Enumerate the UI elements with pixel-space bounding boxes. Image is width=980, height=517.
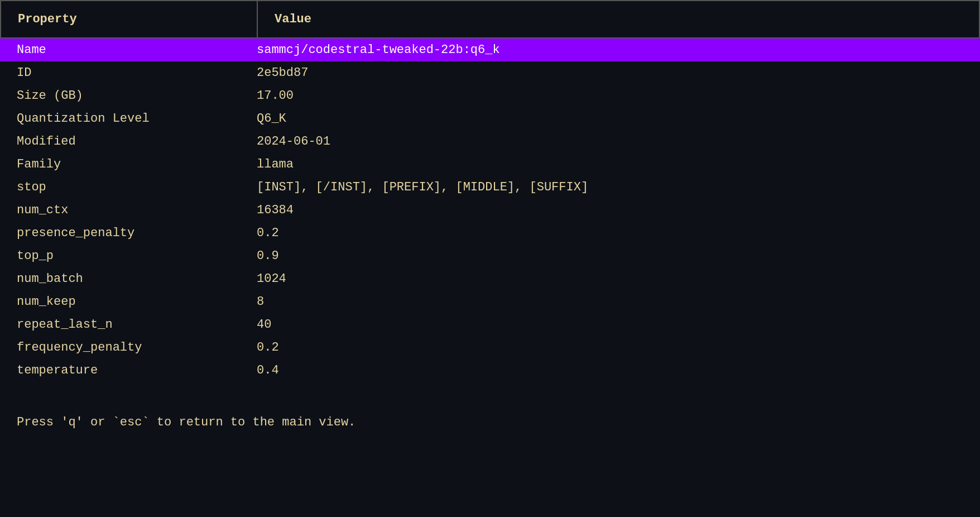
table-row[interactable]: Modified2024-06-01 [0,130,980,153]
property-cell: Modified [17,135,257,149]
value-cell: 0.9 [257,249,963,263]
value-cell: llama [257,157,963,171]
value-cell: 0.2 [257,226,963,240]
value-cell: 17.00 [257,89,963,103]
value-header: Value [258,1,979,37]
value-cell: sammcj/codestral-tweaked-22b:q6_k [257,43,963,57]
table-row[interactable]: Size (GB)17.00 [0,84,980,107]
value-cell: 0.2 [257,341,963,355]
footer-hint: Press 'q' or `esc` to return to the main… [0,404,980,441]
property-cell: num_batch [17,272,257,286]
value-cell: 8 [257,295,963,309]
value-cell: 1024 [257,272,963,286]
property-cell: ID [17,66,257,80]
property-cell: Family [17,157,257,171]
table-row[interactable]: presence_penalty0.2 [0,222,980,245]
table-row[interactable]: repeat_last_n40 [0,313,980,336]
property-cell: top_p [17,249,257,263]
property-cell: Quantization Level [17,112,257,126]
table-row[interactable]: num_batch1024 [0,267,980,290]
table-row[interactable]: num_ctx16384 [0,199,980,222]
property-cell: repeat_last_n [17,318,257,332]
table-row[interactable]: temperature0.4 [0,359,980,382]
property-cell: num_keep [17,295,257,309]
property-cell: Size (GB) [17,89,257,103]
table-row[interactable]: num_keep8 [0,290,980,313]
main-container: Property Value Namesammcj/codestral-twea… [0,0,980,441]
value-cell: 2024-06-01 [257,135,963,149]
value-cell: 0.4 [257,363,963,377]
table-row[interactable]: Familyllama [0,153,980,176]
property-cell: temperature [17,363,257,377]
property-cell: stop [17,180,257,194]
table-row[interactable]: top_p0.9 [0,245,980,267]
table-row[interactable]: Namesammcj/codestral-tweaked-22b:q6_k [0,39,980,61]
property-cell: frequency_penalty [17,341,257,355]
value-cell: Q6_K [257,112,963,126]
table-header: Property Value [0,0,980,39]
table-row[interactable]: stop[INST], [/INST], [PREFIX], [MIDDLE],… [0,176,980,199]
value-cell: [INST], [/INST], [PREFIX], [MIDDLE], [SU… [257,180,963,194]
table-row[interactable]: frequency_penalty0.2 [0,336,980,359]
table-body: Namesammcj/codestral-tweaked-22b:q6_kID2… [0,39,980,382]
value-cell: 2e5bd87 [257,66,963,80]
value-cell: 16384 [257,203,963,217]
property-cell: presence_penalty [17,226,257,240]
table-row[interactable]: Quantization LevelQ6_K [0,107,980,130]
property-header: Property [1,1,258,37]
table-row[interactable]: ID2e5bd87 [0,61,980,84]
property-cell: num_ctx [17,203,257,217]
property-cell: Name [17,43,257,57]
value-cell: 40 [257,318,963,332]
